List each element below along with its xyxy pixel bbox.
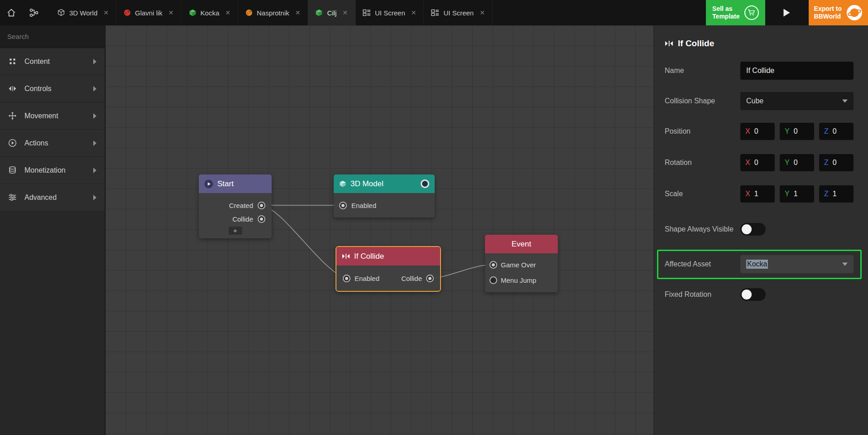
tab-cilj[interactable]: Cilj ✕ (308, 0, 355, 25)
collision-shape-value: Cube (746, 97, 763, 105)
tab-ui-screen-2[interactable]: UI Screen ✕ (424, 0, 492, 25)
add-output-button[interactable]: + (229, 227, 242, 235)
movement-icon (8, 111, 17, 120)
sidebar-item-actions[interactable]: Actions (0, 130, 105, 157)
start-play-icon (204, 179, 213, 188)
port-menu-jump[interactable] (489, 276, 497, 284)
green-cube-icon (315, 9, 323, 17)
axis-z-label: Z (824, 127, 829, 135)
tab-close-icon[interactable]: ✕ (225, 9, 230, 16)
node-graph-button[interactable] (23, 0, 45, 25)
port-enabled[interactable] (339, 202, 347, 209)
tab-close-icon[interactable]: ✕ (411, 9, 417, 16)
tab-close-icon[interactable]: ✕ (480, 9, 485, 16)
position-z-field[interactable]: Z 0 (819, 123, 854, 140)
cart-icon (744, 5, 759, 20)
position-x-field[interactable]: X 0 (740, 123, 775, 140)
sidebar-item-content[interactable]: Content (0, 48, 105, 75)
export-to-bbworld-button[interactable]: Export to BBWorld (809, 0, 868, 25)
rotation-z-field[interactable]: Z 0 (819, 154, 854, 171)
scale-x-field[interactable]: X 1 (740, 185, 775, 203)
tab-label: Glavni lik (135, 9, 163, 17)
play-button[interactable] (779, 0, 795, 25)
tab-close-icon[interactable]: ✕ (168, 9, 174, 16)
shape-always-visible-toggle[interactable] (740, 223, 766, 236)
node-graph-icon (29, 8, 39, 18)
port-collide[interactable] (426, 275, 434, 282)
axis-x-label: X (745, 127, 750, 135)
input-row-enabled: Enabled (334, 198, 435, 213)
orange-asset-icon (245, 9, 253, 16)
search-bar (0, 25, 105, 48)
tab-label: UI Screen (443, 9, 474, 17)
chevron-right-icon (93, 59, 96, 64)
tab-close-icon[interactable]: ✕ (295, 9, 301, 16)
node-3d-model-header[interactable]: 3D Model (334, 174, 435, 193)
tab-3d-world[interactable]: 3D World ✕ (50, 0, 116, 25)
node-event[interactable]: Event Game Over Menu Jump (485, 235, 558, 292)
node-start[interactable]: Start Created Collide + (199, 174, 272, 238)
port-created[interactable] (258, 202, 265, 209)
collision-shape-label: Collision Shape (665, 97, 740, 106)
position-z-value: 0 (833, 127, 837, 135)
sidebar-item-advanced[interactable]: Advanced (0, 184, 105, 211)
toggle-knob (742, 290, 752, 300)
axis-y-label: Y (785, 159, 790, 167)
node-3d-model[interactable]: 3D Model Enabled (334, 174, 435, 218)
affected-asset-dropdown[interactable]: Kocka (740, 255, 854, 273)
port-collide[interactable] (258, 215, 265, 223)
scale-label: Scale (665, 189, 740, 198)
tab-kocka[interactable]: Kocka ✕ (182, 0, 238, 25)
fixed-rotation-row: Fixed Rotation (654, 285, 868, 304)
tab-ui-screen-1[interactable]: UI Screen ✕ (355, 0, 424, 25)
tab-label: Cilj (327, 9, 336, 17)
axis-y-label: Y (785, 190, 790, 198)
sell-as-template-button[interactable]: Sell as Template (706, 0, 765, 25)
node-if-collide-header[interactable]: If Collide (336, 247, 440, 266)
ui-screen-icon (363, 9, 371, 16)
cube-wireframe-icon (57, 9, 65, 17)
collision-shape-row: Collision Shape Cube (654, 92, 868, 110)
tab-close-icon[interactable]: ✕ (342, 9, 348, 16)
position-x-value: 0 (754, 127, 758, 135)
collision-shape-dropdown[interactable]: Cube (740, 92, 854, 110)
node-event-header[interactable]: Event (485, 235, 558, 253)
scale-z-value: 1 (833, 190, 837, 198)
port-enabled[interactable] (343, 275, 350, 282)
tab-nasprotnik[interactable]: Nasprotnik ✕ (238, 0, 308, 25)
axis-z-label: Z (824, 190, 829, 198)
position-y-field[interactable]: Y 0 (780, 123, 814, 140)
home-button[interactable] (0, 0, 23, 25)
rotation-y-field[interactable]: Y 0 (780, 154, 814, 171)
node-canvas[interactable]: Start Created Collide + (106, 25, 653, 435)
node-if-collide-selected[interactable]: If Collide Enabled Collide (336, 246, 441, 292)
toggle-knob (742, 224, 752, 234)
input-row-menu-jump: Menu Jump (485, 272, 558, 288)
sidebar-item-label: Movement (24, 112, 58, 120)
output-label: Created (229, 202, 253, 209)
sidebar-item-controls[interactable]: Controls (0, 75, 105, 102)
scale-z-field[interactable]: Z 1 (819, 185, 854, 203)
node-connections (106, 25, 653, 435)
fixed-rotation-toggle[interactable] (740, 288, 766, 301)
sidebar-item-movement[interactable]: Movement (0, 102, 105, 130)
tab-glavni-lik[interactable]: Glavni lik ✕ (116, 0, 182, 25)
tab-label: UI Screen (375, 9, 405, 17)
name-input[interactable] (740, 62, 854, 80)
home-icon (6, 8, 16, 18)
scale-y-field[interactable]: Y 1 (780, 185, 814, 203)
search-input[interactable] (7, 33, 97, 40)
tab-close-icon[interactable]: ✕ (103, 9, 109, 16)
port-game-over[interactable] (489, 261, 497, 269)
inspector-title: If Collide (678, 39, 714, 48)
sidebar-item-monetization[interactable]: Monetization (0, 157, 105, 184)
rotation-x-field[interactable]: X 0 (740, 154, 775, 171)
node-title: Event (512, 240, 531, 249)
affected-asset-value: Kocka (746, 260, 768, 269)
node-enable-ring-icon[interactable] (421, 179, 429, 188)
input-label: Enabled (351, 202, 376, 209)
input-label: Enabled (355, 275, 379, 282)
chevron-right-icon (93, 113, 96, 119)
affected-asset-row: Affected Asset Kocka (654, 255, 868, 273)
node-start-header[interactable]: Start (199, 174, 272, 193)
